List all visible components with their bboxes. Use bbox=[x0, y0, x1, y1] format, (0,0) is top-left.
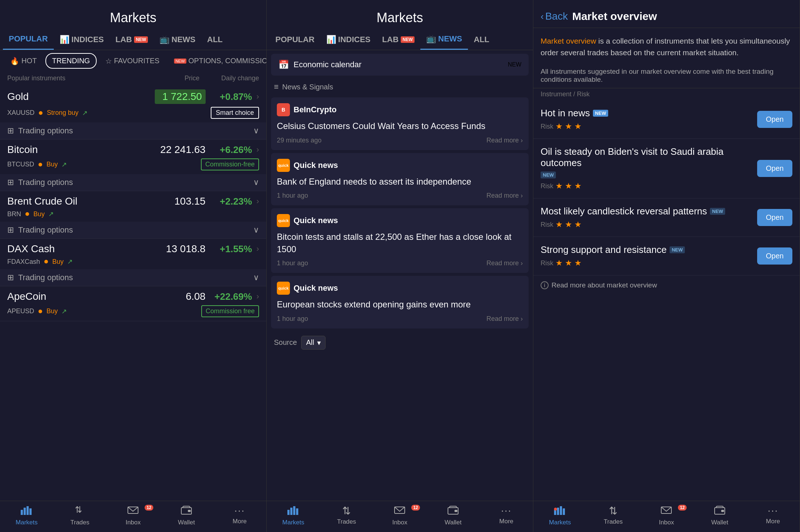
overview-oil: Oil is steady on Biden's visit to Saudi … bbox=[533, 139, 800, 198]
tab2-all[interactable]: ALL bbox=[468, 29, 495, 50]
subtab-trending[interactable]: TRENDING bbox=[45, 53, 96, 69]
svg-rect-0 bbox=[21, 510, 23, 515]
bein-read-more[interactable]: Read more › bbox=[486, 137, 523, 144]
nav-wallet-3[interactable]: Wallet bbox=[693, 505, 747, 526]
news-item-bein[interactable]: B BeInCrypto Celsius Customers Could Wai… bbox=[271, 97, 529, 150]
markets3-icon bbox=[554, 505, 566, 517]
quick2-source-name: Quick news bbox=[294, 216, 338, 225]
gold-symbol: XAUUSD bbox=[7, 109, 35, 117]
sr-star3: ★ bbox=[574, 258, 582, 268]
bein-news-time: 29 minutes ago bbox=[277, 137, 322, 144]
nav-inbox-2[interactable]: 12 Inbox bbox=[373, 505, 427, 526]
news-item-quick-2[interactable]: quick Quick news Bitcoin tests and stall… bbox=[271, 208, 529, 273]
cs-star3: ★ bbox=[574, 220, 582, 229]
news-item-quick-3[interactable]: quick Quick news European stocks extend … bbox=[271, 276, 529, 329]
subtab-options[interactable]: NEW OPTIONS, COMMISSIONS bbox=[168, 53, 266, 69]
brent-chevron: ∨ bbox=[253, 225, 259, 235]
tab2-news[interactable]: 📺 NEWS bbox=[420, 29, 468, 50]
star3: ★ bbox=[574, 122, 582, 131]
news-signals-row: ≡ News & Signals bbox=[267, 79, 533, 94]
bein-news-footer: 29 minutes ago Read more › bbox=[277, 137, 523, 144]
trades3-icon: ⇅ bbox=[609, 505, 617, 517]
gold-sub: XAUUSD Strong buy ↗ Smart choice bbox=[0, 105, 266, 122]
nav-markets-3[interactable]: Markets bbox=[533, 505, 587, 526]
source-value: All bbox=[306, 338, 314, 347]
source-select[interactable]: All ▾ bbox=[301, 336, 325, 350]
back-button[interactable]: ‹ Back bbox=[541, 11, 568, 22]
nav-inbox-3[interactable]: 12 Inbox bbox=[640, 505, 693, 526]
nav-trades-1[interactable]: ⇅ Trades bbox=[53, 505, 107, 526]
tab-lab-label: LAB bbox=[116, 35, 132, 44]
read-more-info-row[interactable]: i Read more about market overview bbox=[533, 275, 800, 295]
more3-icon: ··· bbox=[768, 505, 778, 516]
nav-wallet-1[interactable]: Wallet bbox=[160, 505, 213, 526]
overview-highlight: Market overview bbox=[541, 37, 596, 45]
trades-icon: ⇅ bbox=[75, 505, 85, 517]
apecoin-row[interactable]: ApeCoin 6.08 +22.69% › bbox=[0, 286, 266, 304]
svg-rect-10 bbox=[293, 506, 295, 515]
gold-trading-options[interactable]: ⊞ Trading options ∨ bbox=[0, 122, 266, 139]
brent-row[interactable]: Brent Crude Oil 103.15 +2.23% › bbox=[0, 191, 266, 209]
nav-trades-2[interactable]: ⇅ Trades bbox=[320, 505, 373, 526]
dax-row[interactable]: DAX Cash 13 018.8 +1.55% › bbox=[0, 239, 266, 256]
dax-trading-options[interactable]: ⊞ Trading options ∨ bbox=[0, 269, 266, 286]
tab2-all-label: ALL bbox=[474, 35, 489, 44]
tab2-popular[interactable]: POPULAR bbox=[270, 29, 320, 50]
tab-indices-label: INDICES bbox=[72, 35, 104, 44]
apecoin-symbol: APEUSD bbox=[7, 307, 34, 315]
nav-more-1[interactable]: ··· More bbox=[213, 505, 266, 526]
economic-calendar[interactable]: 📅 Economic calendar NEW bbox=[271, 54, 529, 76]
quick2-read-more[interactable]: Read more › bbox=[486, 259, 523, 267]
news-item-quick-1[interactable]: quick Quick news Bank of England needs t… bbox=[271, 153, 529, 206]
tab-news[interactable]: 📺 NEWS bbox=[154, 29, 201, 50]
info-icon: i bbox=[541, 281, 549, 289]
quick3-read-more[interactable]: Read more › bbox=[486, 315, 523, 323]
tab2-indices[interactable]: 📊 INDICES bbox=[320, 29, 376, 50]
brent-trading-options[interactable]: ⊞ Trading options ∨ bbox=[0, 222, 266, 238]
svg-rect-22 bbox=[721, 510, 724, 512]
quick2-news-title: Bitcoin tests and stalls at 22,500 as Et… bbox=[277, 231, 523, 255]
tab-indices[interactable]: 📊 INDICES bbox=[54, 29, 110, 50]
tab2-popular-label: POPULAR bbox=[275, 35, 315, 44]
back-label: Back bbox=[545, 11, 568, 22]
apecoin-name: ApeCoin bbox=[7, 291, 152, 302]
nav-wallet-2[interactable]: Wallet bbox=[427, 505, 480, 526]
quick1-read-more[interactable]: Read more › bbox=[486, 192, 523, 200]
tab2-lab[interactable]: LAB NEW bbox=[376, 29, 420, 50]
brent-change: +2.23% bbox=[209, 196, 252, 207]
bitcoin-row[interactable]: Bitcoin 22 241.63 +6.26% › bbox=[0, 140, 266, 157]
gold-name: Gold bbox=[7, 91, 152, 102]
oil-open-button[interactable]: Open bbox=[757, 160, 792, 177]
quick1-source-row: quick Quick news bbox=[277, 159, 523, 172]
svg-rect-15 bbox=[554, 510, 556, 515]
bitcoin-signal: Buy bbox=[47, 161, 58, 168]
tab-popular[interactable]: POPULAR bbox=[3, 29, 54, 50]
nav-wallet-2-label: Wallet bbox=[445, 519, 462, 526]
quick1-news-title: Bank of England needs to assert its inde… bbox=[277, 176, 523, 188]
support-open-button[interactable]: Open bbox=[757, 247, 792, 265]
wallet2-icon bbox=[447, 505, 459, 517]
nav-markets-2[interactable]: Markets bbox=[267, 505, 320, 526]
nav-wallet-1-label: Wallet bbox=[178, 519, 195, 526]
bitcoin-trading-options[interactable]: ⊞ Trading options ∨ bbox=[0, 174, 266, 191]
svg-point-19 bbox=[554, 508, 557, 511]
nav-more-3-label: More bbox=[766, 518, 780, 525]
bitcoin-arrow: › bbox=[256, 145, 259, 154]
dax-price: 13 018.8 bbox=[155, 243, 206, 255]
hot-open-button[interactable]: Open bbox=[757, 111, 792, 128]
nav-trades-3[interactable]: ⇅ Trades bbox=[587, 505, 640, 526]
subtab-hot-label: HOT bbox=[21, 57, 37, 65]
candlestick-open-button[interactable]: Open bbox=[757, 209, 792, 226]
economic-calendar-label: Economic calendar bbox=[294, 60, 361, 69]
tab-lab[interactable]: LAB NEW bbox=[110, 29, 154, 50]
quick3-news-time: 1 hour ago bbox=[277, 315, 308, 323]
nav-markets-1[interactable]: Markets bbox=[0, 505, 53, 526]
subtab-hot[interactable]: 🔥 HOT bbox=[4, 53, 43, 69]
nav-more-2[interactable]: ··· More bbox=[480, 505, 533, 526]
nav-inbox-1[interactable]: 12 Inbox bbox=[106, 505, 160, 526]
gold-row[interactable]: Gold 1 722.50 +0.87% › bbox=[0, 85, 266, 105]
nav-more-3[interactable]: ··· More bbox=[746, 505, 800, 526]
subtab-favourites[interactable]: ☆ FAVOURITES bbox=[100, 53, 165, 69]
tab-all[interactable]: ALL bbox=[201, 29, 229, 50]
trading-options-grid-icon-dax: ⊞ bbox=[7, 273, 14, 282]
